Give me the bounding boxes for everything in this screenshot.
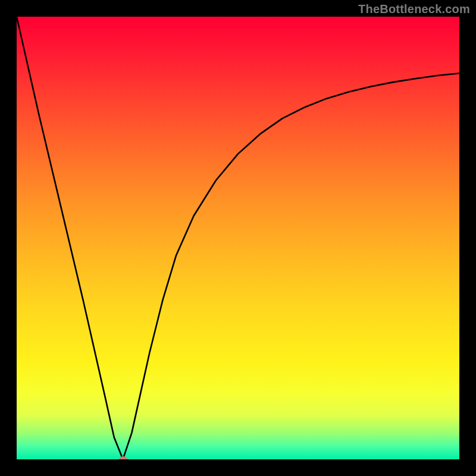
watermark-label: TheBottleneck.com xyxy=(358,2,470,16)
plot-area xyxy=(17,17,459,459)
bottleneck-curve xyxy=(17,17,459,459)
chart-frame: TheBottleneck.com xyxy=(0,0,476,476)
minimum-marker xyxy=(119,456,127,459)
